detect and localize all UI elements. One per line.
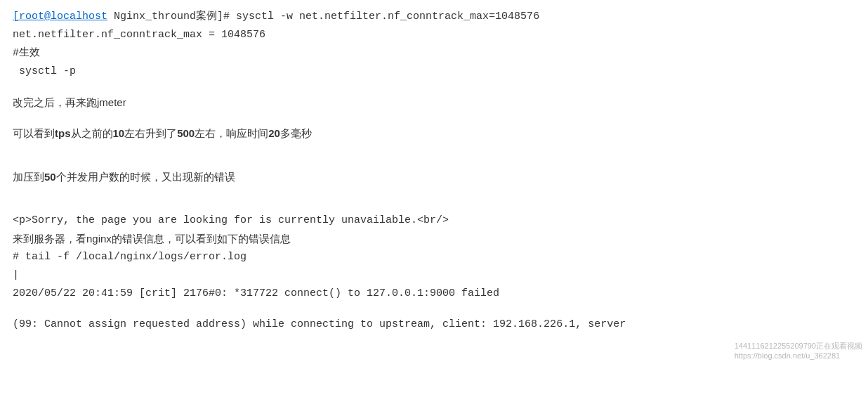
command-text-1: Nginx_thround案例]# sysctl -w net.netfilte… xyxy=(107,11,539,22)
num-20-bold: 20 xyxy=(268,127,280,139)
watermark: 1441116212255209790正在观看视频 https://blog.c… xyxy=(735,341,862,360)
terminal-content: [root@localhost Nginx_thround案例]# sysctl… xyxy=(0,0,868,343)
num-10-bold: 10 xyxy=(113,127,125,139)
error-log-line: 2020/05/22 20:41:59 [crit] 2176#0: *3177… xyxy=(13,285,855,302)
text-part-4: 左右，响应时间 xyxy=(195,127,268,139)
command-line-1: [root@localhost Nginx_thround案例]# sysctl… xyxy=(13,8,855,25)
pipe-line: | xyxy=(13,267,855,284)
watermark-text-1: 1441116212255209790正在观看视频 xyxy=(735,341,862,351)
blank-2 xyxy=(13,112,855,125)
num-50-bold: 50 xyxy=(44,171,56,183)
tps-bold: tps xyxy=(55,127,71,139)
cannot-assign-line: (99: Cannot assign requested address) wh… xyxy=(13,316,855,333)
chinese-text-1: 改完之后，再来跑jmeter xyxy=(13,94,855,111)
text-jia-1: 加压到 xyxy=(13,171,44,183)
text-jia-2: 个并发用户数的时候，又出现新的错误 xyxy=(56,171,235,183)
num-500-bold: 500 xyxy=(177,127,195,139)
tail-command-line: # tail -f /local/nginx/logs/error.log xyxy=(13,249,855,266)
text-part-5: 多毫秒 xyxy=(280,127,312,139)
html-error-line: <p>Sorry, the page you are looking for i… xyxy=(13,212,855,229)
watermark-text-2: https://blog.csdn.net/u_362281 xyxy=(735,351,862,360)
result-line-1: net.netfilter.nf_conntrack_max = 1048576 xyxy=(13,27,855,44)
blank-5 xyxy=(13,187,855,200)
blank-4 xyxy=(13,156,855,169)
text-part-1: 可以看到 xyxy=(13,127,55,139)
blank-6 xyxy=(13,200,855,212)
nginx-chinese-text: 来到服务器，看nginx的错误信息，可以看到如下的错误信息 xyxy=(13,231,855,247)
root-link[interactable]: [root@localhost xyxy=(13,11,107,22)
comment-line: #生效 xyxy=(13,45,855,62)
blank-7 xyxy=(13,304,855,316)
blank-3 xyxy=(13,143,855,156)
blank-1 xyxy=(13,82,855,94)
sysctl-cmd-line: sysctl -p xyxy=(13,63,855,80)
chinese-text-3: 加压到50个并发用户数的时候，又出现新的错误 xyxy=(13,169,855,186)
text-part-2: 从之前的 xyxy=(71,127,113,139)
text-part-3: 左右升到了 xyxy=(124,127,177,139)
chinese-text-2: 可以看到tps从之前的10左右升到了500左右，响应时间20多毫秒 xyxy=(13,125,855,142)
